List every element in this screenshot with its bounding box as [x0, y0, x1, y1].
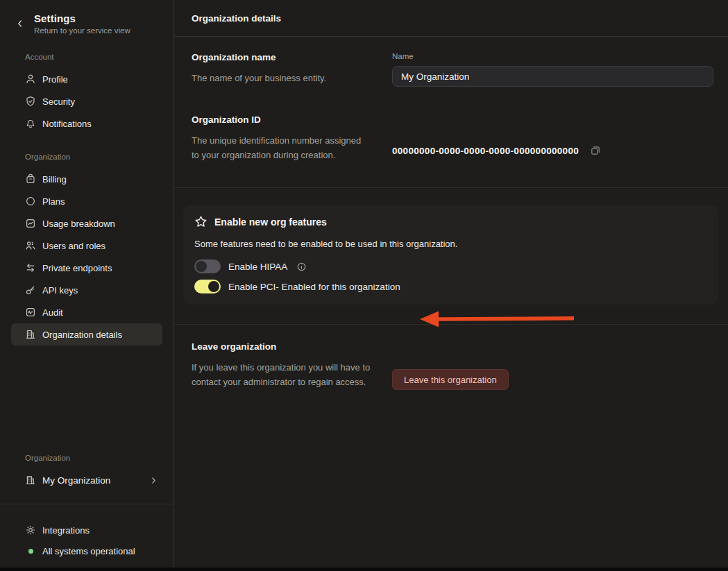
copy-icon[interactable] — [589, 144, 602, 157]
org-id-title: Organization ID — [192, 114, 375, 125]
org-switcher-label: Organization — [25, 454, 162, 462]
sidebar-item-plans[interactable]: Plans — [11, 190, 162, 212]
leave-org-title: Leave organization — [192, 341, 375, 352]
section-label-account: Account — [25, 53, 162, 61]
back-link-label[interactable]: Return to your service view — [34, 26, 130, 35]
hipaa-toggle-label: Enable HIPAA — [228, 262, 287, 272]
integrations-link[interactable]: Integrations — [11, 520, 162, 540]
gear-icon — [25, 525, 36, 536]
org-id-value: 00000000-0000-0000-0000-000000000000 — [392, 146, 579, 156]
leave-org-info: Leave organization If you leave this org… — [192, 341, 375, 390]
chevron-right-icon — [149, 476, 158, 485]
main-content: Organization details Organization name T… — [174, 0, 728, 571]
bell-icon — [25, 118, 36, 129]
sidebar-item-users-and-roles[interactable]: Users and roles — [11, 235, 162, 257]
circle-icon — [25, 196, 36, 207]
status-dot-icon — [28, 549, 33, 554]
org-switcher-value: My Organization — [42, 475, 110, 486]
sidebar-title-block: Settings Return to your service view — [34, 12, 130, 35]
arrows-swap-icon — [25, 262, 36, 273]
sidebar-item-label: Notifications — [42, 119, 92, 129]
sidebar-item-label: Plans — [42, 196, 65, 207]
sidebar-header: Settings Return to your service view — [11, 0, 162, 35]
leave-org-description: If you leave this organization you will … — [192, 361, 371, 389]
sidebar-item-label: Users and roles — [42, 241, 105, 251]
sidebar-bottom: Organization My Organization Integration… — [11, 454, 162, 571]
org-name-title: Organization name — [192, 52, 375, 62]
info-icon[interactable] — [296, 262, 307, 272]
usage-chart-icon — [25, 218, 36, 229]
org-id-row: 00000000-0000-0000-0000-000000000000 — [392, 144, 713, 157]
sidebar-item-label: Organization details — [42, 330, 122, 340]
features-card: Enable new org features Some features ne… — [183, 205, 718, 305]
billing-icon — [25, 173, 36, 185]
features-card-description: Some features need to be enabled to be u… — [194, 237, 707, 250]
features-card-title: Enable new org features — [214, 216, 327, 228]
sidebar-item-security[interactable]: Security — [11, 90, 162, 112]
org-name-form: Name — [392, 52, 713, 87]
hipaa-toggle[interactable] — [194, 259, 221, 273]
sidebar-item-label: Billing — [42, 174, 67, 185]
sidebar-item-private-endpoints[interactable]: Private endpoints — [11, 257, 162, 279]
page-title: Settings — [34, 12, 130, 24]
building-icon — [25, 329, 36, 340]
pci-toggle-label: Enable PCI- Enabled for this organizatio… — [228, 282, 400, 292]
shield-check-icon — [25, 96, 36, 107]
main-header: Organization details — [174, 0, 728, 37]
sidebar-item-label: Security — [42, 96, 75, 107]
user-icon — [25, 74, 36, 85]
audit-pulse-icon — [25, 307, 36, 318]
leave-org-section: Leave organization If you leave this org… — [174, 325, 728, 390]
toggle-knob — [208, 281, 219, 292]
org-id-info: Organization ID The unique identificatio… — [192, 114, 375, 162]
sidebar-item-label: Profile — [42, 74, 68, 85]
leave-org-action: Leave this organization — [392, 341, 713, 390]
sidebar-item-api-keys[interactable]: API keys — [11, 279, 162, 301]
hipaa-toggle-row: Enable HIPAA — [194, 259, 707, 273]
sidebar-item-organization-details[interactable]: Organization details — [11, 323, 162, 346]
users-icon — [25, 240, 36, 251]
star-icon — [194, 215, 208, 228]
sidebar-item-label: API keys — [42, 285, 78, 296]
main-header-title: Organization details — [192, 13, 281, 24]
toggle-knob — [196, 261, 207, 272]
sidebar-item-profile[interactable]: Profile — [11, 68, 162, 90]
status-label: All systems operational — [42, 546, 135, 556]
org-switcher[interactable]: My Organization — [11, 469, 162, 491]
building-icon — [25, 475, 36, 486]
leave-organization-button[interactable]: Leave this organization — [392, 369, 509, 390]
org-id-value-block: 00000000-0000-0000-0000-000000000000 — [392, 114, 713, 162]
org-name-description: The name of your business entity. — [192, 71, 371, 86]
sidebar-item-label: Audit — [42, 307, 63, 318]
sidebar-item-audit[interactable]: Audit — [11, 301, 162, 323]
org-id-section: Organization ID The unique identificatio… — [174, 87, 728, 187]
org-id-description: The unique identification number assigne… — [192, 134, 371, 162]
settings-sidebar: Settings Return to your service view Acc… — [0, 0, 174, 571]
sidebar-item-usage-breakdown[interactable]: Usage breakdown — [11, 212, 162, 235]
divider — [174, 187, 728, 188]
sidebar-footer: Integrations All systems operational — [11, 504, 162, 571]
section-label-organization: Organization — [25, 153, 162, 161]
org-name-info: Organization name The name of your busin… — [192, 52, 375, 87]
system-status-link[interactable]: All systems operational — [11, 540, 162, 561]
sidebar-item-label: Private endpoints — [42, 263, 112, 273]
window-bottom-edge — [0, 568, 728, 571]
sidebar-item-label: Usage breakdown — [42, 219, 115, 229]
features-card-header: Enable new org features — [194, 215, 707, 228]
key-icon — [25, 284, 36, 296]
org-name-section: Organization name The name of your busin… — [174, 37, 728, 87]
back-chevron-icon[interactable] — [14, 17, 26, 30]
pci-toggle-row: Enable PCI- Enabled for this organizatio… — [194, 280, 707, 293]
org-name-input[interactable] — [392, 66, 713, 87]
sidebar-item-notifications[interactable]: Notifications — [11, 112, 162, 135]
name-field-label: Name — [392, 52, 713, 60]
sidebar-item-billing[interactable]: Billing — [11, 168, 162, 190]
pci-toggle[interactable] — [194, 280, 221, 293]
integrations-label: Integrations — [42, 525, 90, 536]
